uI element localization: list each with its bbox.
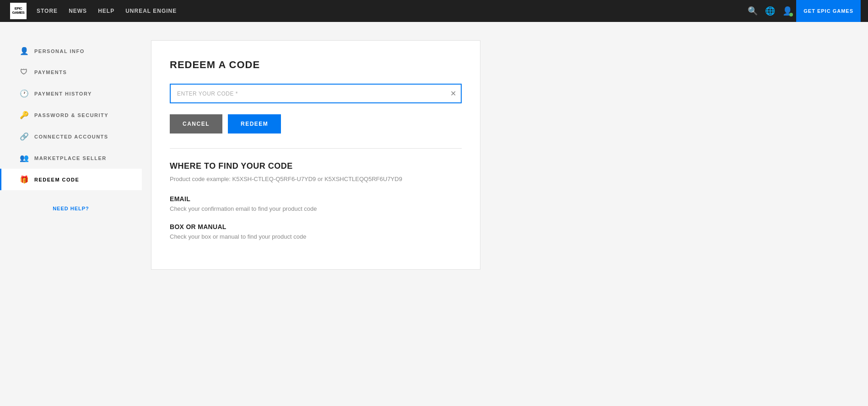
code-input-wrapper: ✕: [170, 84, 462, 103]
code-input[interactable]: [170, 84, 462, 103]
nav-news[interactable]: NEWS: [69, 8, 87, 14]
sidebar-item-personal-info[interactable]: 👤 PERSONAL INFO: [0, 40, 142, 62]
sidebar-item-connected-accounts[interactable]: 🔗 CONNECTED ACCOUNTS: [0, 126, 142, 147]
person-icon: 👤: [20, 47, 29, 55]
nav-links: STORE NEWS HELP UNREAL ENGINE: [37, 8, 748, 14]
sidebar: 👤 PERSONAL INFO 🛡 PAYMENTS 🕐 PAYMENT HIS…: [0, 22, 142, 406]
history-icon: 🕐: [20, 89, 29, 98]
sidebar-item-password-security[interactable]: 🔑 PASSWORD & SECURITY: [0, 104, 142, 126]
clear-input-button[interactable]: ✕: [450, 90, 456, 97]
page-wrapper: 👤 PERSONAL INFO 🛡 PAYMENTS 🕐 PAYMENT HIS…: [0, 0, 868, 406]
shield-icon: 🛡: [20, 68, 29, 76]
sidebar-item-payments[interactable]: 🛡 PAYMENTS: [0, 62, 142, 83]
redeem-code-card: REDEEM A CODE ✕ CANCEL REDEEM WHERE TO F…: [151, 40, 480, 270]
email-section-desc: Check your confirmation email to find yo…: [170, 205, 462, 212]
code-example-text: Product code example: K5XSH-CTLEQ-Q5RF6-…: [170, 176, 462, 182]
need-help-section: NEED HELP?: [0, 199, 142, 217]
nav-store[interactable]: STORE: [37, 8, 58, 14]
page-title: REDEEM A CODE: [170, 59, 462, 71]
nav-unreal-engine[interactable]: UNREAL ENGINE: [125, 8, 177, 14]
user-online-dot: [789, 13, 793, 16]
get-epic-button[interactable]: GET EPIC GAMES: [796, 0, 861, 22]
sidebar-label-password-security: PASSWORD & SECURITY: [34, 112, 108, 118]
find-code-title: WHERE TO FIND YOUR CODE: [170, 161, 462, 171]
divider: [170, 148, 462, 149]
sidebar-label-redeem-code: REDEEM CODE: [34, 177, 79, 182]
cancel-button[interactable]: CANCEL: [170, 114, 222, 134]
top-navigation: EPIC GAMES STORE NEWS HELP UNREAL ENGINE…: [0, 0, 868, 22]
sidebar-item-marketplace-seller[interactable]: 👥 MARKETPLACE SELLER: [0, 147, 142, 169]
user-icon[interactable]: 👤: [782, 6, 793, 16]
box-section-desc: Check your box or manual to find your pr…: [170, 233, 462, 240]
need-help-link[interactable]: NEED HELP?: [53, 206, 89, 211]
search-icon[interactable]: 🔍: [748, 6, 758, 16]
globe-icon[interactable]: 🌐: [765, 6, 775, 16]
epic-logo[interactable]: EPIC GAMES: [7, 0, 29, 22]
sidebar-item-redeem-code[interactable]: 🎁 REDEEM CODE: [0, 169, 142, 190]
sidebar-item-payment-history[interactable]: 🕐 PAYMENT HISTORY: [0, 83, 142, 104]
action-buttons: CANCEL REDEEM: [170, 114, 462, 134]
sidebar-label-marketplace-seller: MARKETPLACE SELLER: [34, 155, 107, 161]
sidebar-label-payment-history: PAYMENT HISTORY: [34, 91, 92, 96]
sidebar-label-connected-accounts: CONNECTED ACCOUNTS: [34, 134, 108, 139]
person-group-icon: 👥: [20, 154, 29, 162]
share-icon: 🔗: [20, 132, 29, 141]
epic-logo-mark: EPIC GAMES: [10, 3, 27, 19]
sidebar-label-personal-info: PERSONAL INFO: [34, 48, 85, 54]
main-content: REDEEM A CODE ✕ CANCEL REDEEM WHERE TO F…: [142, 22, 868, 406]
sidebar-label-payments: PAYMENTS: [34, 69, 67, 75]
redeem-button[interactable]: REDEEM: [228, 114, 281, 134]
key-icon: 🔑: [20, 111, 29, 119]
email-section-title: EMAIL: [170, 195, 462, 203]
gift-icon: 🎁: [20, 175, 29, 184]
nav-icons: 🔍 🌐 👤: [748, 6, 793, 16]
box-section-title: BOX OR MANUAL: [170, 223, 462, 230]
nav-help[interactable]: HELP: [98, 8, 114, 14]
